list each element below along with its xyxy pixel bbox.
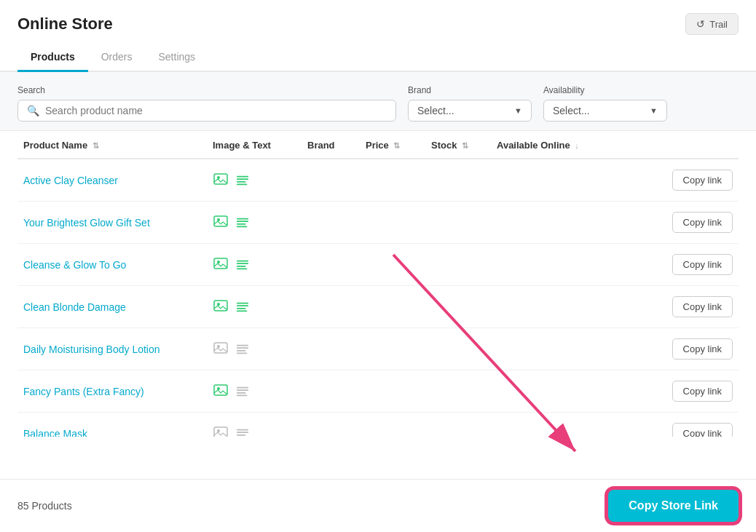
tab-settings[interactable]: Settings [145,44,208,72]
image-icon [213,299,229,315]
filters-bar: Search 🔍 Brand Select... ▼ Availability … [0,72,756,131]
copy-link-cell: Copy link [651,413,739,437]
col-brand: Brand [302,131,360,159]
product-name-link[interactable]: Your Brightest Glow Gift Set [23,217,150,229]
brand-select-wrapper[interactable]: Select... ▼ [408,100,532,122]
availability-label: Availability [543,85,667,95]
col-available-online: Available Online ↓ [491,131,651,159]
available-online-cell [491,328,651,370]
copy-store-link-button[interactable]: Copy Store Link [608,490,739,522]
stock-cell [425,159,491,202]
available-online-cell [491,202,651,244]
sort-icon-product[interactable]: ⇅ [92,141,99,150]
price-cell [360,244,425,286]
availability-select[interactable]: Select... [553,105,650,116]
sort-icon-stock[interactable]: ⇅ [462,141,468,150]
search-input[interactable] [45,105,387,116]
copy-link-button[interactable]: Copy link [672,338,733,360]
copy-link-button[interactable]: Copy link [672,170,733,191]
price-cell [360,370,425,413]
tabs-bar: Products Orders Settings [0,44,756,72]
svg-rect-0 [214,174,227,184]
stock-cell [425,202,491,244]
text-icon [235,299,251,315]
history-icon: ↺ [696,18,705,30]
copy-link-button[interactable]: Copy link [672,381,733,402]
brand-cell [302,202,360,244]
chevron-down-icon-2: ▼ [650,106,658,115]
col-price: Price ⇅ [360,131,425,159]
stock-cell [425,370,491,413]
copy-link-cell: Copy link [651,286,739,328]
product-name-link[interactable]: Daily Moisturising Body Lotion [23,344,160,355]
brand-select[interactable]: Select... [417,105,514,116]
trail-label: Trail [709,19,728,30]
header: Online Store ↺ Trail [0,0,756,35]
product-name-link[interactable]: Clean Blonde Damage [23,301,126,313]
brand-cell [302,286,360,328]
table-row: Fancy Pants (Extra Fancy) [17,370,739,413]
tab-products[interactable]: Products [17,44,88,72]
svg-rect-18 [214,301,227,311]
image-icon [213,172,229,188]
svg-rect-12 [214,258,227,269]
chevron-down-icon: ▼ [514,106,522,115]
text-icon [235,341,251,357]
available-online-cell [491,286,651,328]
product-name-cell: Cleanse & Glow To Go [17,244,207,286]
svg-point-25 [217,345,220,348]
available-online-cell [491,370,651,413]
image-text-cell [207,286,302,328]
product-name-link[interactable]: Balance Mask [23,428,87,437]
product-name-cell: Daily Moisturising Body Lotion [17,328,207,370]
product-name-link[interactable]: Fancy Pants (Extra Fancy) [23,386,144,397]
price-cell [360,328,425,370]
sort-icon-price[interactable]: ⇅ [393,141,400,150]
col-product-name: Product Name ⇅ [17,131,207,159]
stock-cell [425,286,491,328]
copy-link-button[interactable]: Copy link [672,212,733,233]
copy-link-cell: Copy link [651,328,739,370]
product-name-link[interactable]: Cleanse & Glow To Go [23,259,126,271]
product-name-cell: Active Clay Cleanser [17,159,207,202]
brand-cell [302,328,360,370]
product-name-cell: Fancy Pants (Extra Fancy) [17,370,207,413]
table-row: Active Clay Cleanser [17,159,739,202]
copy-link-button[interactable]: Copy link [672,423,733,437]
image-text-cell [207,244,302,286]
product-name-cell: Your Brightest Glow Gift Set [17,202,207,244]
copy-link-cell: Copy link [651,370,739,413]
img-text-icons [213,384,296,400]
table-header-row: Product Name ⇅ Image & Text Brand Price … [17,131,739,159]
brand-cell [302,244,360,286]
product-name-link[interactable]: Active Clay Cleanser [23,175,118,186]
image-icon [213,215,229,231]
table-row: Your Brightest Glow Gift Set [17,202,739,244]
svg-point-13 [217,261,220,263]
tab-orders[interactable]: Orders [88,44,146,72]
image-text-cell [207,328,302,370]
price-cell [360,286,425,328]
table-row: Daily Moisturising Body Lotion [17,328,739,370]
svg-point-7 [217,218,220,221]
copy-link-button[interactable]: Copy link [672,254,733,275]
availability-select-wrapper[interactable]: Select... ▼ [543,100,667,122]
product-count: 85 Products [17,500,72,512]
img-text-icons [213,172,296,188]
img-text-icons [213,299,296,315]
available-online-cell [491,413,651,437]
availability-filter-group: Availability Select... ▼ [543,85,667,122]
copy-link-cell: Copy link [651,202,739,244]
text-icon [235,215,251,231]
copy-link-cell: Copy link [651,244,739,286]
svg-point-1 [217,176,220,179]
sort-icon-available[interactable]: ↓ [575,141,579,150]
svg-point-31 [217,387,220,390]
copy-link-cell: Copy link [651,159,739,202]
search-label: Search [17,85,396,95]
footer: 85 Products Copy Store Link [0,479,756,532]
copy-link-button[interactable]: Copy link [672,296,733,317]
trail-button[interactable]: ↺ Trail [685,13,739,35]
image-text-cell [207,202,302,244]
price-cell [360,159,425,202]
